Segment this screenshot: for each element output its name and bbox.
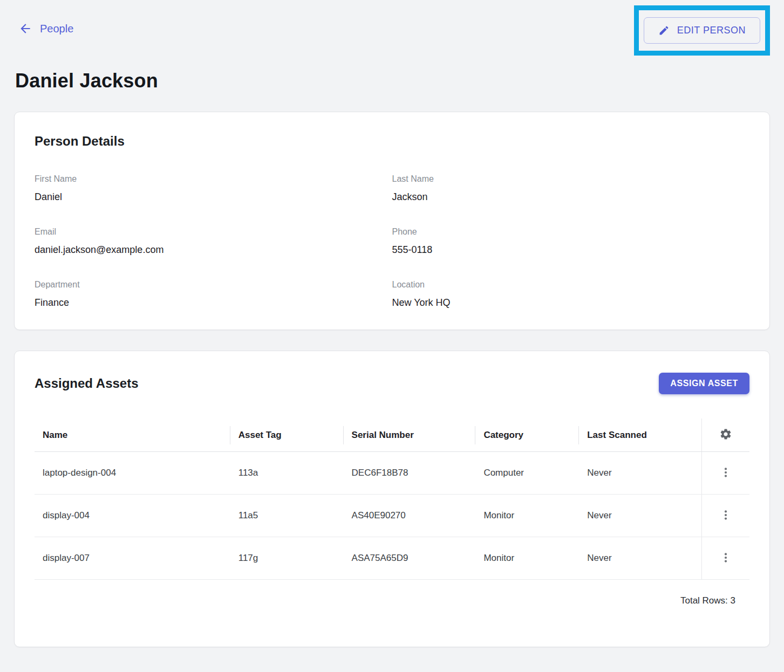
row-actions-cell <box>701 537 749 579</box>
column-settings-button[interactable] <box>715 424 737 446</box>
field-value: 555-0118 <box>392 243 750 257</box>
cell-name: laptop-design-004 <box>35 468 230 478</box>
field-value: daniel.jackson@example.com <box>35 243 392 257</box>
table-row: display-004 11a5 AS40E90270 Monitor Neve… <box>35 495 749 537</box>
table-footer: Total Rows: 3 <box>35 580 749 622</box>
column-header-name[interactable]: Name <box>35 419 230 451</box>
person-details-card: Person Details First Name Daniel Last Na… <box>14 112 770 330</box>
cell-category: Monitor <box>475 510 578 521</box>
cell-category: Monitor <box>475 553 578 564</box>
person-details-title: Person Details <box>35 134 749 149</box>
back-link-label: People <box>40 23 73 35</box>
cell-category: Computer <box>475 468 578 478</box>
assets-table: Name Asset Tag Serial Number Category La… <box>35 419 749 622</box>
person-detail-page: People EDIT PERSON Daniel Jackson Person… <box>0 0 784 647</box>
kebab-menu-icon <box>719 466 732 481</box>
cell-asset-tag: 113a <box>230 468 343 478</box>
row-menu-button[interactable] <box>715 505 737 526</box>
table-row: laptop-design-004 113a DEC6F18B78 Comput… <box>35 452 749 495</box>
gear-icon <box>719 428 732 442</box>
column-settings-cell <box>701 419 749 451</box>
kebab-menu-icon <box>719 509 732 523</box>
table-row: display-007 117g ASA75A65D9 Monitor Neve… <box>35 537 749 580</box>
field-value: Finance <box>35 296 392 310</box>
page-title: Daniel Jackson <box>15 70 770 92</box>
row-actions-cell <box>701 452 749 494</box>
cell-asset-tag: 11a5 <box>230 510 343 521</box>
cell-name: display-004 <box>35 510 230 521</box>
field-label: Email <box>35 227 392 237</box>
top-bar: People EDIT PERSON <box>14 0 770 57</box>
field-location: Location New York HQ <box>392 279 750 310</box>
field-value: New York HQ <box>392 296 750 310</box>
row-actions-cell <box>701 495 749 537</box>
field-first-name: First Name Daniel <box>35 174 392 204</box>
column-header-serial-number[interactable]: Serial Number <box>343 419 475 451</box>
assign-asset-button[interactable]: ASSIGN ASSET <box>659 373 749 394</box>
field-label: Last Name <box>392 174 750 184</box>
assigned-assets-title: Assigned Assets <box>35 376 139 391</box>
field-label: Phone <box>392 227 750 237</box>
assets-table-header: Name Asset Tag Serial Number Category La… <box>35 419 749 452</box>
field-label: First Name <box>35 174 392 184</box>
field-value: Daniel <box>35 190 392 204</box>
cell-serial-number: DEC6F18B78 <box>343 468 475 478</box>
back-to-people-link[interactable]: People <box>18 22 73 36</box>
row-menu-button[interactable] <box>715 462 737 484</box>
field-email: Email daniel.jackson@example.com <box>35 227 392 257</box>
pencil-icon <box>658 25 670 36</box>
cell-asset-tag: 117g <box>230 553 343 564</box>
column-header-asset-tag[interactable]: Asset Tag <box>230 419 343 451</box>
cell-last-scanned: Never <box>578 510 701 521</box>
edit-person-button[interactable]: EDIT PERSON <box>644 17 760 44</box>
field-value: Jackson <box>392 190 750 204</box>
back-arrow-icon <box>18 22 32 36</box>
annotation-highlight-box: EDIT PERSON <box>634 5 770 56</box>
cell-last-scanned: Never <box>578 468 701 478</box>
person-details-fields: First Name Daniel Last Name Jackson Emai… <box>35 174 749 310</box>
column-header-category[interactable]: Category <box>475 419 578 451</box>
total-rows-label: Total Rows: 3 <box>680 595 735 606</box>
cell-name: display-007 <box>35 553 230 564</box>
field-label: Department <box>35 279 392 290</box>
field-department: Department Finance <box>35 279 392 310</box>
cell-serial-number: AS40E90270 <box>343 510 475 521</box>
kebab-menu-icon <box>719 551 732 566</box>
assigned-assets-card: Assigned Assets ASSIGN ASSET Name Asset … <box>14 351 770 647</box>
cell-last-scanned: Never <box>578 553 701 564</box>
assigned-assets-header: Assigned Assets ASSIGN ASSET <box>35 373 749 394</box>
edit-person-button-label: EDIT PERSON <box>677 25 746 36</box>
field-last-name: Last Name Jackson <box>392 174 750 204</box>
cell-serial-number: ASA75A65D9 <box>343 553 475 564</box>
field-phone: Phone 555-0118 <box>392 227 750 257</box>
row-menu-button[interactable] <box>715 547 737 569</box>
column-header-last-scanned[interactable]: Last Scanned <box>578 419 701 451</box>
field-label: Location <box>392 279 750 290</box>
